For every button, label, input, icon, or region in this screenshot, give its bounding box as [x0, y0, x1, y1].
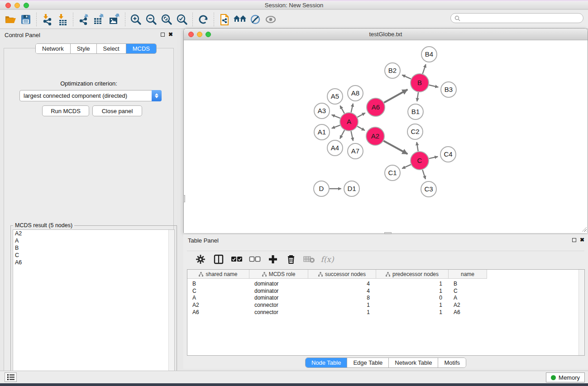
tab-motifs[interactable]: Motifs: [438, 358, 466, 367]
mcds-result-item[interactable]: C: [13, 252, 174, 259]
zoom-out-button[interactable]: [143, 12, 159, 27]
delete-column-button[interactable]: [283, 253, 299, 266]
close-window-button[interactable]: [5, 3, 11, 8]
graph-node-A4[interactable]: A4: [327, 140, 343, 156]
tab-network-table[interactable]: Network Table: [389, 358, 438, 367]
table-cell: 4: [308, 288, 376, 294]
export-network-button[interactable]: [76, 12, 91, 27]
column-header-shared-name[interactable]: shared name: [187, 270, 249, 279]
graph-node-A5[interactable]: A5: [327, 89, 343, 104]
zoom-fit-icon: [161, 14, 172, 25]
search-input[interactable]: [463, 15, 579, 21]
delete-table-button[interactable]: [301, 253, 317, 266]
save-session-button[interactable]: [18, 12, 33, 27]
import-table-button[interactable]: [55, 12, 70, 27]
search-box[interactable]: [450, 13, 583, 23]
network-from-file-button[interactable]: [217, 12, 232, 27]
select-all-button[interactable]: [229, 253, 245, 266]
hide-annotations-button[interactable]: [248, 12, 263, 27]
run-mcds-button[interactable]: Run MCDS: [42, 105, 89, 116]
graph-node-C3[interactable]: C3: [421, 181, 436, 197]
graph-node-A[interactable]: A: [340, 113, 358, 131]
task-history-button[interactable]: [5, 372, 17, 382]
table-row[interactable]: A6connector11A6: [187, 309, 584, 316]
graph-node-A1[interactable]: A1: [314, 124, 330, 140]
network-canvas[interactable]: B4B2BB3A8A5A6A3B1AA1C2A2A4A7C4CC1C3DD1: [184, 40, 588, 233]
scrollbar-track[interactable]: [578, 270, 584, 355]
show-hidden-button[interactable]: [263, 12, 278, 27]
float-panel-icon[interactable]: [161, 33, 165, 37]
optimization-criterion-dropdown[interactable]: largest connected component (directed): [19, 90, 162, 101]
table-settings-button[interactable]: [192, 253, 209, 266]
maximize-network-button[interactable]: [206, 32, 211, 37]
tab-network[interactable]: Network: [36, 44, 71, 53]
zoom-selected-button[interactable]: [174, 12, 190, 27]
graph-node-B3[interactable]: B3: [441, 82, 456, 97]
table-cell: B: [449, 281, 487, 287]
column-header-name[interactable]: name: [449, 270, 487, 279]
mcds-result-item[interactable]: A: [13, 237, 174, 244]
zoom-fit-button[interactable]: [159, 12, 174, 27]
refresh-network-button[interactable]: [196, 12, 211, 27]
zoom-in-button[interactable]: [128, 12, 143, 27]
export-image-button[interactable]: [107, 12, 122, 27]
graph-node-B1[interactable]: B1: [408, 104, 423, 119]
mcds-result-item[interactable]: A6: [13, 259, 174, 266]
minimize-network-button[interactable]: [197, 32, 202, 37]
column-header-MCDS-role[interactable]: MCDS role: [249, 270, 308, 279]
open-folder-icon: [5, 14, 16, 25]
graph-node-C1[interactable]: C1: [385, 165, 400, 181]
graph-node-D[interactable]: D: [314, 181, 329, 196]
open-session-button[interactable]: [3, 12, 18, 27]
graph-node-C4[interactable]: C4: [440, 147, 456, 162]
graph-node-A6[interactable]: A6: [367, 98, 385, 116]
table-row[interactable]: Cdominator41C: [187, 287, 584, 295]
show-columns-button[interactable]: [210, 253, 227, 266]
export-table-button[interactable]: [91, 12, 107, 27]
close-panel-icon[interactable]: ✖: [580, 238, 584, 242]
function-builder-button[interactable]: f(x): [319, 253, 335, 266]
float-panel-icon[interactable]: [572, 238, 576, 242]
graph-node-A7[interactable]: A7: [348, 143, 363, 159]
network-window-titlebar[interactable]: testGlobe.txt: [184, 29, 588, 40]
select-all-icon: [231, 256, 243, 262]
mcds-result-item[interactable]: B: [13, 244, 174, 252]
deselect-all-button[interactable]: [247, 253, 263, 266]
close-panel-button[interactable]: Close panel: [92, 105, 142, 116]
tab-style[interactable]: Style: [71, 44, 97, 53]
minimize-window-button[interactable]: [14, 3, 20, 8]
tab-mcds[interactable]: MCDS: [126, 44, 156, 53]
network-file-icon: [219, 14, 231, 26]
tab-edge-table[interactable]: Edge Table: [347, 358, 389, 367]
create-column-button[interactable]: [265, 253, 281, 266]
graph-node-B2[interactable]: B2: [385, 63, 400, 78]
table-row[interactable]: Adominator80A: [187, 295, 584, 302]
graph-node-A8[interactable]: A8: [348, 86, 363, 101]
graph-node-C2[interactable]: C2: [407, 124, 423, 139]
mcds-result-list[interactable]: A2ABCA6: [13, 229, 175, 379]
table-row[interactable]: A2connector11A2: [187, 301, 584, 309]
graph-node-C[interactable]: C: [411, 152, 429, 170]
tab-select[interactable]: Select: [97, 44, 126, 53]
graph-node-A3[interactable]: A3: [314, 103, 330, 119]
tab-node-table[interactable]: Node Table: [306, 358, 348, 367]
graph-node-A2[interactable]: A2: [366, 127, 384, 145]
table-row[interactable]: Bdominator41B: [187, 280, 584, 287]
close-network-button[interactable]: [188, 32, 194, 37]
import-network-button[interactable]: [39, 12, 55, 27]
close-panel-icon[interactable]: ✖: [168, 32, 173, 37]
graph-node-D1[interactable]: D1: [344, 181, 359, 196]
graph-node-B4[interactable]: B4: [421, 47, 437, 62]
column-header-successor-nodes[interactable]: successor nodes: [308, 270, 376, 279]
memory-button[interactable]: Memory: [546, 372, 585, 382]
maximize-window-button[interactable]: [24, 3, 29, 8]
scrollbar-track[interactable]: [168, 230, 174, 379]
split-handle[interactable]: [384, 232, 392, 234]
mcds-result-item[interactable]: A2: [13, 230, 174, 237]
split-handle[interactable]: [183, 195, 185, 202]
table-cell: dominator: [249, 281, 308, 287]
graph-node-B[interactable]: B: [411, 74, 429, 92]
table-cell: A6: [187, 309, 249, 315]
column-header-predecessor-nodes[interactable]: predecessor nodes: [376, 270, 449, 279]
home-button[interactable]: [232, 12, 248, 27]
